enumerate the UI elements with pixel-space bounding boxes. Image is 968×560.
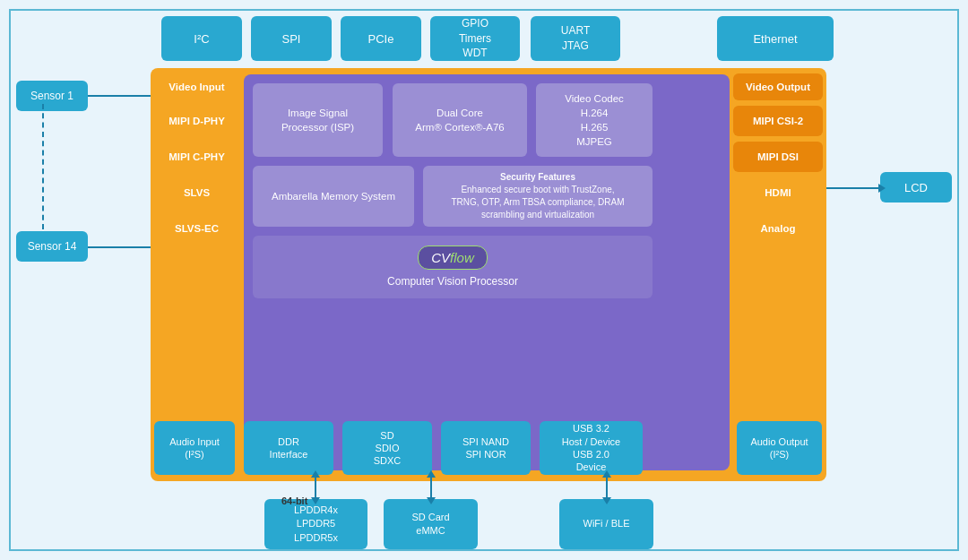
slvs-label: SLVS (154, 177, 239, 208)
lpddr-block: LPDDR4xLPDDR5LPDDR5x (264, 499, 367, 549)
spi-nand-block: SPI NANDSPI NOR (441, 421, 531, 475)
arrow-sd-down (430, 476, 432, 499)
uart-block: UARTJTAG (531, 16, 620, 61)
pcie-block: PCIe (341, 16, 421, 61)
spi-block: SPI (251, 16, 332, 61)
video-input-label: Video Input (154, 73, 239, 100)
mipi-dsi-label: MIPI DSI (733, 142, 823, 172)
arrow-to-lcd (826, 187, 880, 189)
lcd-block: LCD (880, 172, 952, 202)
sensor1-block: Sensor 1 (16, 81, 88, 111)
mipi-cphy-label: MIPI C-PHY (154, 142, 239, 172)
security-block: Security FeaturesEnhanced secure boot wi… (423, 166, 653, 227)
hdmi-label: HDMI (733, 177, 823, 208)
mipi-dphy-label: MIPI D-PHY (154, 106, 239, 136)
arrow-sensor14-right (88, 246, 152, 248)
main-container: I²C SPI PCIe GPIOTimersWDT UARTJTAG Ethe… (0, 0, 968, 560)
i2c-block: I²C (161, 16, 242, 61)
sdcard-block: SD CardeMMC (384, 499, 478, 549)
memory-block: Ambarella Memory System (253, 166, 414, 227)
sensor-dashed-line (42, 104, 44, 229)
ddr-block: DDRInterface (244, 421, 333, 475)
arrow-sensor1-right (88, 95, 152, 97)
audio-input-block: Audio Input(I²S) (154, 421, 235, 475)
video-output-label: Video Output (733, 73, 823, 100)
sensor14-block: Sensor 14 (16, 231, 88, 262)
wifi-block: WiFi / BLE (559, 499, 653, 549)
audio-output-block: Audio Output(I²S) (737, 421, 822, 475)
usb-block: USB 3.2Host / DeviceUSB 2.0Device (540, 421, 643, 475)
arrow-usb-down (606, 476, 608, 499)
cvflow-badge: CVflow (418, 246, 488, 270)
slvsec-label: SLVS-EC (154, 213, 239, 244)
cpu-block: Dual CoreArm® Cortex®-A76 (393, 83, 527, 157)
isp-block: Image SignalProcessor (ISP) (253, 83, 383, 157)
bit64-label: 64-bit (281, 495, 307, 506)
cvflow-block: CVflow Computer Vision Processor (253, 236, 653, 298)
arrow-ddr-down (315, 476, 316, 499)
sd-block: SDSDIOSDXC (342, 421, 432, 475)
codec-block: Video CodecH.264H.265MJPEG (536, 83, 653, 157)
gpio-block: GPIOTimersWDT (430, 16, 520, 61)
ethernet-block: Ethernet (717, 16, 834, 61)
mipi-csi2-label: MIPI CSI-2 (733, 106, 823, 136)
analog-label: Analog (733, 213, 823, 244)
